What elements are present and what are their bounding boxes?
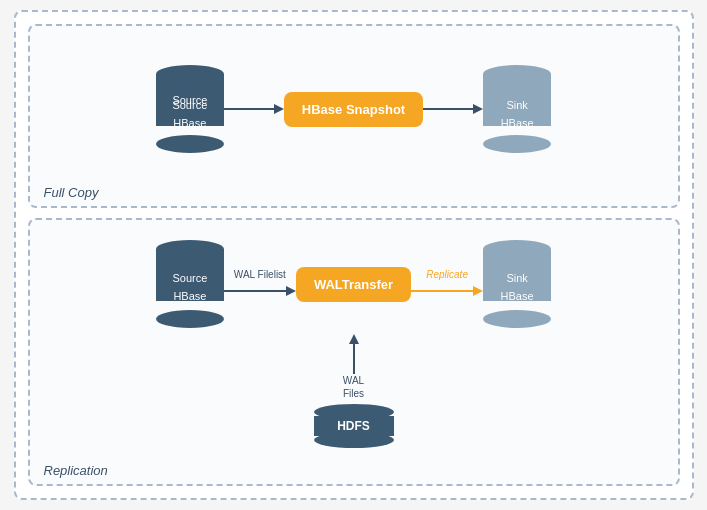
wal-transfer-box: WALTransfer	[296, 267, 411, 302]
hdfs-top	[314, 404, 394, 420]
svg-marker-7	[473, 286, 483, 296]
arrow-up-svg	[334, 334, 374, 374]
sink-label-wrapper: SinkHBase	[483, 95, 551, 131]
wal-files-arrow-group: WALFiles	[334, 334, 374, 404]
svg-marker-1	[274, 104, 284, 114]
hdfs-bottom	[314, 432, 394, 448]
replication-content: SourceHBase WAL Filelist WALTransfer	[46, 234, 662, 456]
svg-marker-5	[286, 286, 296, 296]
wal-transfer-label: WALTransfer	[314, 277, 393, 292]
source-hbase-bottom-label: SourceHBase	[172, 272, 207, 302]
replication-main-row: SourceHBase WAL Filelist WALTransfer	[46, 240, 662, 328]
replicate-arrow: Replicate	[411, 269, 483, 299]
sink-hbase-bottom: SinkHBase	[483, 240, 551, 328]
sink-bottom-cap	[483, 135, 551, 153]
replicate-label: Replicate	[426, 269, 468, 280]
source-hbase-bottom: SourceHBase	[156, 240, 224, 328]
wal-filelist-label: WAL Filelist	[234, 269, 286, 280]
full-copy-label: Full Copy	[44, 185, 99, 200]
hdfs-disk: HDFS	[314, 404, 394, 448]
source-hbase-top: Source SourceHBase	[156, 65, 224, 153]
arrow2-svg	[423, 99, 483, 119]
hdfs-area: WALFiles HDFS	[46, 334, 662, 448]
wal-filelist-arrow: WAL Filelist	[224, 269, 296, 299]
db-bottom-cap	[156, 135, 224, 153]
hdfs-label: HDFS	[337, 419, 370, 433]
hbase-snapshot-label: HBase Snapshot	[302, 102, 405, 117]
hbase-snapshot-box: HBase Snapshot	[284, 92, 423, 127]
full-copy-flow: Source SourceHBase HBase Snapshot	[46, 40, 662, 178]
svg-marker-3	[473, 104, 483, 114]
arrow-wal-filelist-svg	[224, 283, 296, 299]
sink-hbase-label: SinkHBase	[501, 99, 534, 129]
arrow2-top	[423, 99, 483, 119]
full-copy-panel: Source SourceHBase HBase Snapshot	[28, 24, 680, 208]
arrow1-svg	[224, 99, 284, 119]
replication-panel: SourceHBase WAL Filelist WALTransfer	[28, 218, 680, 486]
source-hbase-label2: SourceHBase	[172, 99, 207, 129]
replication-label: Replication	[44, 463, 108, 478]
svg-marker-9	[349, 334, 359, 344]
wal-files-label: WALFiles	[343, 374, 364, 400]
arrow1-top	[224, 99, 284, 119]
main-diagram: Source SourceHBase HBase Snapshot	[14, 10, 694, 500]
arrow-replicate-svg	[411, 283, 483, 299]
sink-hbase-top: SinkHBase	[483, 65, 551, 153]
sink-hbase-bottom-label: SinkHBase	[501, 272, 534, 302]
